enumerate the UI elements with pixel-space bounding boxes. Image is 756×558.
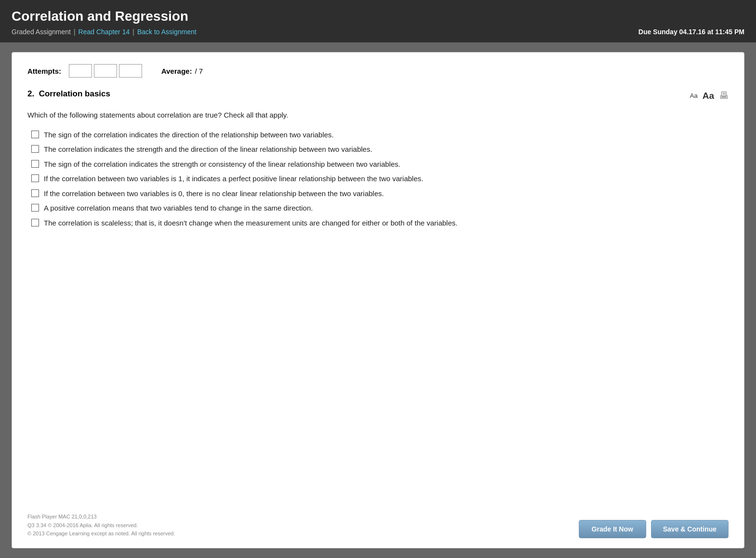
- main-wrapper: Attempts: Average: / 7 2. Correlation ba…: [0, 42, 756, 558]
- attempts-row: Attempts: Average: / 7: [27, 64, 729, 78]
- option-checkbox-7[interactable]: [31, 219, 39, 226]
- page-title: Correlation and Regression: [12, 9, 744, 24]
- header: Correlation and Regression Graded Assign…: [0, 0, 756, 42]
- copyright-line-2: Q3 3.34 © 2004-2016 Aplia. All rights re…: [27, 521, 175, 530]
- attempt-box-1: [69, 64, 92, 78]
- attempt-boxes: [69, 64, 142, 78]
- list-item: If the correlation between two variables…: [31, 188, 729, 199]
- print-icon[interactable]: 🖶: [719, 90, 729, 101]
- average-label: Average:: [161, 67, 192, 75]
- attempt-box-2: [94, 64, 117, 78]
- grade-it-now-button[interactable]: Grade It Now: [579, 520, 646, 538]
- back-to-assignment-link[interactable]: Back to Assignment: [137, 28, 196, 36]
- option-checkbox-1[interactable]: [31, 131, 39, 138]
- font-large-button[interactable]: Aa: [703, 91, 714, 101]
- breadcrumb: Graded Assignment | Read Chapter 14 | Ba…: [12, 28, 196, 36]
- question-name: Correlation basics: [39, 89, 110, 98]
- list-item: The sign of the correlation indicates th…: [31, 130, 729, 141]
- graded-assignment-label: Graded Assignment: [12, 28, 71, 36]
- attempts-label: Attempts:: [27, 67, 61, 75]
- header-nav: Graded Assignment | Read Chapter 14 | Ba…: [12, 28, 744, 36]
- option-checkbox-3[interactable]: [31, 160, 39, 168]
- option-label-4: If the correlation between two variables…: [44, 173, 423, 185]
- footer-buttons: Grade It Now Save & Continue: [579, 520, 729, 538]
- option-checkbox-2[interactable]: [31, 145, 39, 153]
- question-body: Which of the following statements about …: [27, 110, 729, 121]
- list-item: The correlation indicates the strength a…: [31, 144, 729, 155]
- separator-2: |: [132, 28, 134, 36]
- list-item: A positive correlation means that two va…: [31, 203, 729, 214]
- option-label-7: The correlation is scaleless; that is, i…: [44, 218, 457, 229]
- read-chapter-link[interactable]: Read Chapter 14: [78, 28, 130, 36]
- option-checkbox-4[interactable]: [31, 174, 39, 182]
- option-label-6: A positive correlation means that two va…: [44, 203, 313, 214]
- content-card: Attempts: Average: / 7 2. Correlation ba…: [12, 52, 744, 548]
- average-section: Average: / 7: [161, 67, 203, 75]
- question-title: 2. Correlation basics: [27, 89, 110, 99]
- separator-1: |: [74, 28, 76, 36]
- list-item: The sign of the correlation indicates th…: [31, 159, 729, 170]
- option-label-3: The sign of the correlation indicates th…: [44, 159, 400, 170]
- question-header: 2. Correlation basics Aa Aa 🖶: [27, 89, 729, 101]
- list-item: If the correlation between two variables…: [31, 173, 729, 185]
- copyright-line-3: © 2013 Cengage Learning except as noted.…: [27, 530, 175, 538]
- option-label-2: The correlation indicates the strength a…: [44, 144, 372, 155]
- footer-section: Flash Player MAC 21,0,0,213 Q3 3.34 © 20…: [27, 501, 729, 538]
- question-number: 2.: [27, 89, 34, 98]
- option-checkbox-6[interactable]: [31, 204, 39, 212]
- option-checkbox-5[interactable]: [31, 189, 39, 197]
- font-small-button[interactable]: Aa: [690, 92, 698, 99]
- save-continue-button[interactable]: Save & Continue: [651, 520, 729, 538]
- options-list: The sign of the correlation indicates th…: [31, 130, 729, 229]
- list-item: The correlation is scaleless; that is, i…: [31, 218, 729, 229]
- copyright-line-1: Flash Player MAC 21,0,0,213: [27, 513, 175, 521]
- font-controls: Aa Aa 🖶: [690, 90, 729, 101]
- option-label-1: The sign of the correlation indicates th…: [44, 130, 334, 141]
- footer-copyright: Flash Player MAC 21,0,0,213 Q3 3.34 © 20…: [27, 513, 175, 538]
- due-date: Due Sunday 04.17.16 at 11:45 PM: [639, 28, 744, 36]
- average-value: / 7: [195, 67, 203, 75]
- option-label-5: If the correlation between two variables…: [44, 188, 384, 199]
- attempt-box-3: [119, 64, 142, 78]
